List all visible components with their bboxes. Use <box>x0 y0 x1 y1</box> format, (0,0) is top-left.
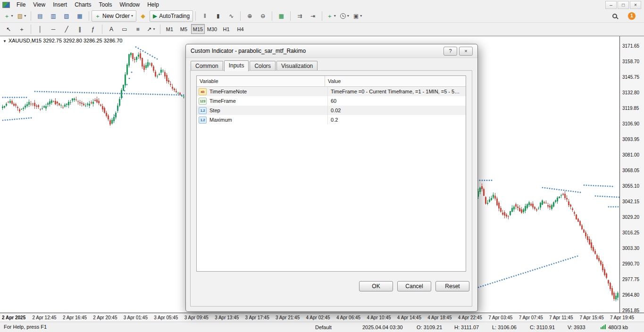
cursor-button[interactable]: ↖ <box>2 24 15 35</box>
param-value-cell[interactable]: TimeFrame =0 - Current Timeframe, =1 - 1… <box>328 89 466 94</box>
text-button[interactable]: A <box>105 24 118 35</box>
bar-chart-button[interactable]: ‖ <box>198 10 211 22</box>
periods-button[interactable]: ▾ <box>338 10 351 22</box>
time-axis-label: 4 Apr 18:45 <box>427 315 452 320</box>
tab-colors[interactable]: Colors <box>250 61 276 71</box>
timeframe-m1-button[interactable]: M1 <box>163 24 176 34</box>
zoom-out-button[interactable]: ⊖ <box>256 10 269 22</box>
notification-badge-icon: 1 <box>628 12 636 20</box>
text-label-button[interactable]: ▭ <box>118 24 131 35</box>
minimize-button[interactable]: – <box>605 1 617 9</box>
data-window-button[interactable]: ▥ <box>47 10 60 22</box>
time-axis[interactable]: 2 Apr 20252 Apr 12:452 Apr 16:452 Apr 20… <box>0 313 644 322</box>
new-chart-icon: ＋ <box>4 13 9 19</box>
window-controls: –□× <box>604 1 644 9</box>
toolbar-separator <box>272 11 272 21</box>
timeframe-m15-button[interactable]: M15 <box>191 24 205 34</box>
close-button[interactable]: × <box>630 1 641 9</box>
market-watch-button[interactable]: ▤ <box>33 10 47 22</box>
terminal-button[interactable]: ▦ <box>73 10 86 22</box>
param-value-cell[interactable]: 0.2 <box>328 117 466 123</box>
param-row-timeframenote[interactable]: abTimeFrameNoteTimeFrame =0 - Current Ti… <box>197 87 466 96</box>
dialog-close-button[interactable]: × <box>459 47 473 56</box>
param-row-timeframe[interactable]: 123TimeFrame60 <box>197 96 466 106</box>
search-button[interactable] <box>608 10 621 22</box>
time-axis-label: 3 Apr 05:45 <box>154 315 178 320</box>
tile-windows-button[interactable]: ▦ <box>275 10 288 22</box>
trendline-button[interactable]: ╱ <box>60 24 73 35</box>
terminal-icon: ▦ <box>77 13 82 19</box>
dialog-help-button[interactable]: ? <box>443 47 457 56</box>
chart-shift-icon: ⇥ <box>310 13 315 19</box>
indicators-button[interactable]: ＋▾ <box>325 10 338 22</box>
zoom-in-button[interactable]: ⊕ <box>243 10 256 22</box>
restore-button[interactable]: □ <box>618 1 629 9</box>
new-order-button[interactable]: ＋New Order▾ <box>92 10 136 22</box>
ok-button[interactable]: OK <box>359 281 393 291</box>
fibonacci-button[interactable]: ƒ <box>86 24 100 35</box>
dialog-titlebar[interactable]: Custom Indicator - parabolic_sar_mtf_Rak… <box>186 44 477 58</box>
param-value-cell[interactable]: 0.02 <box>328 108 466 113</box>
metatrader-app-window: FileViewInsertChartsToolsWindowHelp –□× … <box>0 0 644 332</box>
chart-shift-button[interactable]: ⇥ <box>306 10 319 22</box>
param-variable-cell: abTimeFrameNote <box>197 87 328 96</box>
menu-bar: FileViewInsertChartsToolsWindowHelp –□× <box>0 0 644 10</box>
vertical-line-button[interactable]: │ <box>33 24 47 35</box>
crosshair-button[interactable]: ＋ <box>15 24 28 35</box>
metaeditor-button[interactable]: ◆ <box>136 10 150 22</box>
shapes-button[interactable]: ■ <box>131 24 144 35</box>
status-profile[interactable]: Default <box>313 324 360 330</box>
param-variable-name: Maximum <box>209 117 232 123</box>
column-header-value[interactable]: Value <box>325 78 343 84</box>
templates-button[interactable]: ▣▾ <box>351 10 364 22</box>
param-variable-name: TimeFrame <box>209 98 236 104</box>
tab-visualization[interactable]: Visualization <box>276 61 318 71</box>
menu-charts[interactable]: Charts <box>71 0 95 9</box>
horizontal-line-button[interactable]: ─ <box>47 24 60 35</box>
tab-inputs[interactable]: Inputs <box>224 60 249 71</box>
toolbar-separator <box>290 11 291 21</box>
column-header-variable[interactable]: Variable <box>197 76 325 86</box>
timeframe-m5-button[interactable]: M5 <box>177 24 191 34</box>
notification-badge-button[interactable]: 1 <box>625 10 638 22</box>
menu-help[interactable]: Help <box>143 0 163 9</box>
cancel-button[interactable]: Cancel <box>397 281 431 291</box>
line-chart-button[interactable]: ∿ <box>225 10 238 22</box>
timeframe-m30-button[interactable]: M30 <box>205 24 219 34</box>
time-axis-label: 3 Apr 09:45 <box>184 315 209 320</box>
menu-window[interactable]: Window <box>116 0 144 9</box>
time-axis-label: 2 Apr 12:45 <box>32 315 56 320</box>
menu-view[interactable]: View <box>29 0 49 9</box>
candlestick-chart-icon: ▮ <box>217 13 220 19</box>
profiles-button[interactable]: ▨▾ <box>15 10 28 22</box>
navigator-button[interactable]: ▧ <box>60 10 73 22</box>
status-bar-time-text: 2025.04.04 03:30 <box>362 324 403 330</box>
status-close-text: C: 3110.91 <box>530 324 555 330</box>
tab-common[interactable]: Common <box>191 61 223 71</box>
status-low: L: 3106.06 <box>490 324 528 330</box>
param-row-maximum[interactable]: 1.2Maximum0.2 <box>197 115 466 124</box>
status-profile-text: Default <box>315 324 332 330</box>
timeframe-h1-button[interactable]: H1 <box>219 24 233 34</box>
time-axis-label: 3 Apr 01:45 <box>124 315 148 320</box>
arrows-button[interactable]: ↗▾ <box>144 24 158 35</box>
menu-tools[interactable]: Tools <box>95 0 116 9</box>
price-axis-label: 3132.80 <box>622 90 639 95</box>
search-icon <box>612 14 617 18</box>
price-axis-label: 3145.75 <box>622 75 639 80</box>
param-row-step[interactable]: 1.2Step0.02 <box>197 106 466 115</box>
new-chart-button[interactable]: ＋▾ <box>2 10 15 22</box>
reset-button[interactable]: Reset <box>435 281 469 291</box>
candlestick-chart-button[interactable]: ▮ <box>211 10 225 22</box>
price-axis-label: 3158.70 <box>622 59 639 64</box>
auto-scroll-button[interactable]: ⇉ <box>293 10 306 22</box>
equidistant-channel-button[interactable]: ∥ <box>73 24 86 35</box>
autotrading-button[interactable]: ▶AutoTrading <box>150 10 193 22</box>
price-axis[interactable]: 3171.653158.703145.753132.803119.853106.… <box>619 36 644 313</box>
menu-insert[interactable]: Insert <box>49 0 71 9</box>
time-axis-label: 3 Apr 21:45 <box>276 315 300 320</box>
time-axis-label: 7 Apr 11:45 <box>549 315 573 320</box>
timeframe-h4-button[interactable]: H4 <box>234 24 247 34</box>
param-value-cell[interactable]: 60 <box>328 98 466 104</box>
menu-file[interactable]: File <box>13 0 29 9</box>
